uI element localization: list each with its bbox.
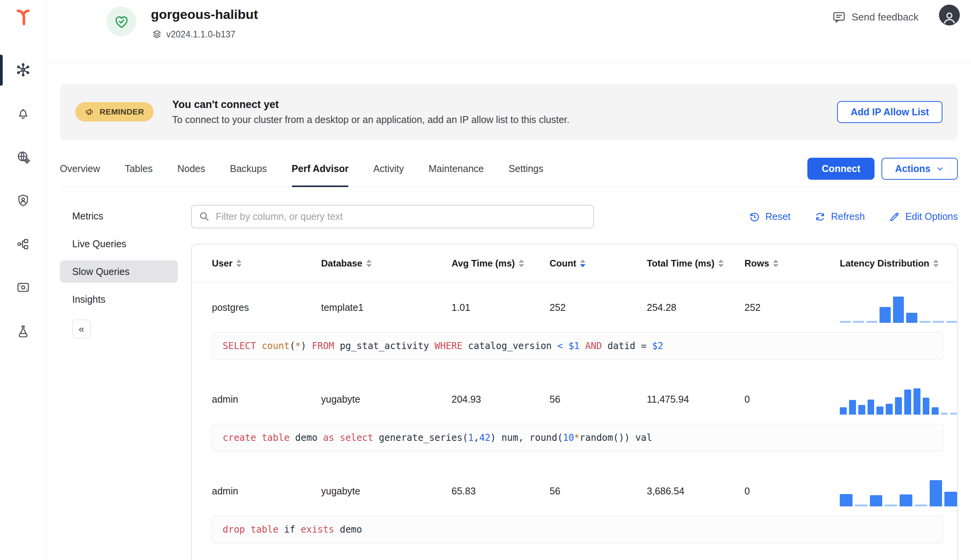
- column-header-rows[interactable]: Rows: [744, 258, 840, 269]
- globe-gear-icon: [16, 150, 30, 164]
- column-header-database[interactable]: Database: [321, 258, 452, 269]
- slow-queries-toolbar: Reset Refresh Edit Options: [191, 205, 958, 228]
- reminder-chip: REMINDER: [75, 102, 154, 121]
- cell-total-time: 254.28: [647, 302, 744, 313]
- reset-label: Reset: [765, 211, 790, 222]
- sql-query-text[interactable]: drop table if exists demo: [212, 516, 944, 543]
- column-header-user[interactable]: User: [212, 258, 321, 269]
- table-row[interactable]: admin yugabyte 65.83 56 3,686.54 0: [192, 466, 957, 516]
- sidebar-item-integrations[interactable]: [16, 237, 30, 251]
- pencil-icon: [889, 211, 900, 223]
- sort-icon: [519, 260, 524, 267]
- sql-query-text[interactable]: SELECT count(*) FROM pg_stat_activity WH…: [212, 332, 944, 360]
- edit-options-button[interactable]: Edit Options: [889, 211, 958, 223]
- cell-count: 252: [550, 302, 647, 313]
- reset-icon: [749, 211, 760, 223]
- sidebar-item-security[interactable]: [16, 193, 30, 208]
- icon-sidebar: [0, 0, 47, 560]
- subnav-insights[interactable]: Insights: [60, 288, 178, 310]
- edit-options-label: Edit Options: [905, 211, 958, 222]
- bell-icon: [16, 106, 30, 121]
- version-label: v2024.1.1.0-b137: [166, 29, 235, 40]
- column-header-count[interactable]: Count: [550, 258, 647, 269]
- query-text-row: SELECT count(*) FROM pg_stat_activity WH…: [212, 332, 944, 360]
- collapse-subnav-button[interactable]: «: [72, 320, 91, 338]
- cell-rows: 0: [744, 486, 840, 497]
- sidebar-item-network-access[interactable]: [16, 150, 30, 164]
- search-icon: [198, 211, 210, 222]
- cell-count: 56: [550, 394, 647, 405]
- cell-rows: 252: [744, 302, 840, 313]
- table-header-row: User Database Avg Time (ms) Count: [192, 245, 957, 283]
- cell-rows: 0: [744, 394, 840, 405]
- perf-subnav: Metrics Live Queries Slow Queries Insigh…: [60, 205, 178, 560]
- tab-nodes[interactable]: Nodes: [177, 154, 205, 187]
- sort-icon: [773, 260, 778, 267]
- tab-settings[interactable]: Settings: [509, 154, 543, 187]
- sidebar-item-clusters[interactable]: [16, 62, 30, 77]
- sort-icon: [580, 260, 585, 267]
- send-feedback-button[interactable]: Send feedback: [832, 10, 919, 24]
- latency-histogram: [840, 476, 957, 506]
- cluster-tabs-row: Overview Tables Nodes Backups Perf Advis…: [60, 154, 958, 187]
- connect-button[interactable]: Connect: [807, 158, 875, 180]
- refresh-button[interactable]: Refresh: [814, 211, 865, 223]
- tab-activity[interactable]: Activity: [373, 154, 404, 187]
- tab-perf-advisor[interactable]: Perf Advisor: [292, 154, 349, 187]
- filter-input[interactable]: [191, 205, 594, 228]
- cell-database: yugabyte: [321, 394, 452, 405]
- cell-avg-time: 65.83: [452, 486, 550, 497]
- sql-query-text[interactable]: create table demo as select generate_ser…: [212, 424, 944, 452]
- slow-queries-panel: Reset Refresh Edit Options: [191, 205, 958, 560]
- yugabyte-logo-icon[interactable]: [0, 8, 46, 26]
- column-header-avg-time[interactable]: Avg Time (ms): [452, 258, 550, 269]
- billing-icon: [16, 280, 30, 295]
- latency-histogram: [840, 292, 957, 323]
- tab-tables[interactable]: Tables: [125, 154, 152, 187]
- actions-label: Actions: [895, 163, 930, 174]
- cell-total-time: 3,686.54: [647, 486, 744, 497]
- table-row[interactable]: admin yugabyte 204.93 56 11,475.94 0: [192, 374, 957, 424]
- app-root: gorgeous-halibut v2024.1.1.0-b137 Send f…: [0, 0, 971, 560]
- tab-overview[interactable]: Overview: [60, 154, 100, 187]
- sort-icon: [236, 260, 242, 267]
- cell-avg-time: 204.93: [452, 394, 550, 405]
- sidebar-item-billing[interactable]: [16, 280, 30, 295]
- layers-icon: [152, 29, 162, 40]
- cell-database: template1: [321, 302, 452, 313]
- sidebar-item-alerts[interactable]: [16, 106, 30, 121]
- shield-person-icon: [16, 193, 30, 208]
- cluster-tabs: Overview Tables Nodes Backups Perf Advis…: [60, 154, 543, 187]
- column-header-latency-distribution[interactable]: Latency Distribution: [840, 258, 957, 269]
- user-avatar[interactable]: [939, 5, 960, 25]
- flask-icon: [16, 324, 30, 339]
- collapse-icon: «: [79, 323, 84, 335]
- latency-histogram: [840, 384, 957, 415]
- subnav-live-queries[interactable]: Live Queries: [60, 233, 178, 255]
- cluster-name: gorgeous-halibut: [151, 7, 258, 22]
- subnav-slow-queries[interactable]: Slow Queries: [60, 260, 178, 283]
- reminder-chip-label: REMINDER: [100, 107, 144, 116]
- sidebar-item-labs[interactable]: [16, 324, 30, 339]
- query-text-row: create table demo as select generate_ser…: [212, 424, 944, 452]
- refresh-label: Refresh: [831, 211, 865, 222]
- cluster-health-badge: [107, 7, 136, 36]
- column-header-total-time[interactable]: Total Time (ms): [647, 258, 744, 269]
- cell-total-time: 11,475.94: [647, 394, 744, 405]
- refresh-icon: [814, 211, 826, 223]
- reset-button[interactable]: Reset: [749, 211, 790, 223]
- add-ip-allow-list-button[interactable]: Add IP Allow List: [837, 101, 942, 123]
- integrations-icon: [16, 237, 30, 251]
- cell-count: 56: [550, 486, 647, 497]
- query-text-row: drop table if exists demo: [212, 516, 944, 543]
- actions-dropdown-button[interactable]: Actions: [881, 158, 958, 180]
- feedback-bubble-icon: [832, 10, 846, 24]
- tab-backups[interactable]: Backups: [230, 154, 267, 187]
- megaphone-icon: [85, 107, 95, 117]
- banner-subtitle: To connect to your cluster from a deskto…: [172, 114, 569, 125]
- tab-maintenance[interactable]: Maintenance: [429, 154, 484, 187]
- subnav-metrics[interactable]: Metrics: [60, 205, 178, 227]
- table-row[interactable]: postgres template1 1.01 252 254.28 252: [192, 283, 957, 332]
- reminder-banner: REMINDER You can't connect yet To connec…: [60, 84, 958, 140]
- cell-user: postgres: [212, 302, 321, 313]
